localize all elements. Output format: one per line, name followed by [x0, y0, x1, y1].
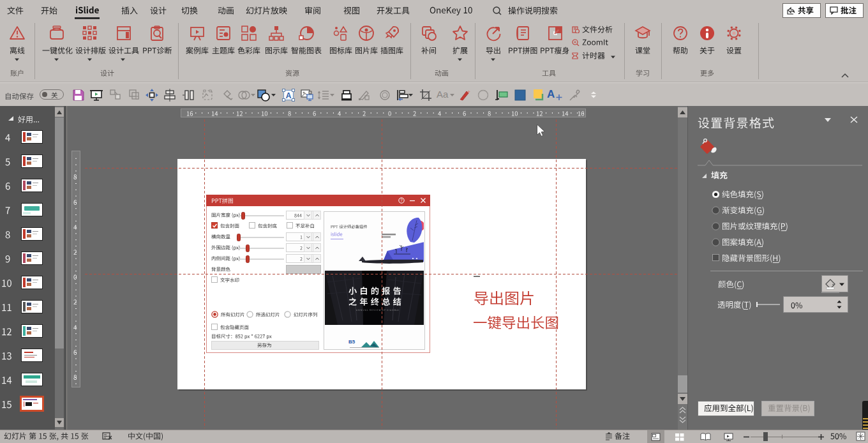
- svg-text:B5: B5: [348, 339, 355, 345]
- svg-text:?: ?: [400, 198, 403, 202]
- svg-text:A: A: [286, 91, 292, 100]
